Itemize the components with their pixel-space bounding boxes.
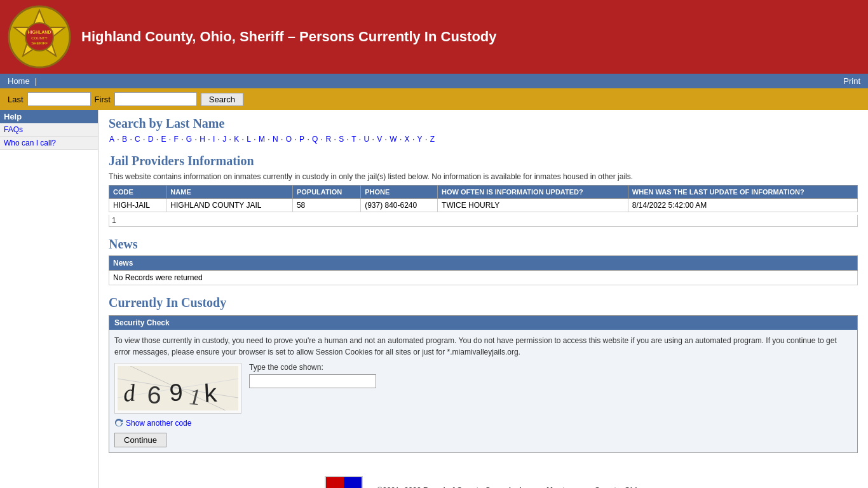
jail-col-how-often-is-information-updated-: HOW OFTEN IS INFORMATION UPDATED?: [438, 186, 628, 199]
search-section: Search by Last Name A · B · C · D · E · …: [109, 116, 858, 144]
search-bar: Last First Search: [0, 88, 868, 110]
jail-col-phone: PHONE: [361, 186, 438, 199]
layout: Help FAQs Who can I call? Search by Last…: [0, 110, 868, 488]
table-cell: HIGHLAND COUNTY JAIL: [166, 199, 293, 212]
print-link[interactable]: Print: [843, 76, 860, 86]
nav-bar: Home | Print: [0, 74, 868, 88]
alpha-link-o[interactable]: O: [286, 135, 292, 144]
alpha-link-i[interactable]: I: [213, 135, 215, 144]
svg-rect-16: [344, 477, 362, 488]
custody-title: Currently In Custody: [109, 295, 858, 310]
security-box: Security Check To view those currently i…: [109, 315, 858, 453]
table-cell: 8/14/2022 5:42:00 AM: [628, 199, 857, 212]
jail-col-population: POPULATION: [292, 186, 360, 199]
alpha-link-h[interactable]: H: [200, 135, 205, 144]
jail-providers-table: CODENAMEPOPULATIONPHONEHOW OFTEN IS INFO…: [109, 185, 858, 212]
nav-divider: |: [35, 76, 37, 86]
captcha-right: Type the code shown:: [249, 363, 376, 388]
alpha-link-a[interactable]: A: [109, 135, 114, 144]
table-cell: 58: [292, 199, 360, 212]
refresh-icon: [114, 419, 123, 428]
alpha-link-b[interactable]: B: [122, 135, 127, 144]
alpha-link-y[interactable]: Y: [417, 135, 423, 144]
jail-table-head: CODENAMEPOPULATIONPHONEHOW OFTEN IS INFO…: [109, 186, 858, 199]
alpha-link-e[interactable]: E: [161, 135, 166, 144]
alpha-link-d[interactable]: D: [148, 135, 154, 144]
jail-providers-desc: This website contains information on inm…: [109, 172, 858, 181]
jail-col-name: NAME: [166, 186, 293, 199]
alpha-link-f[interactable]: F: [173, 135, 178, 144]
alpha-link-p[interactable]: P: [299, 135, 304, 144]
table-cell: (937) 840-6240: [361, 199, 438, 212]
sidebar: Help FAQs Who can I call?: [0, 110, 98, 488]
jail-col-code: CODE: [109, 186, 166, 199]
last-label: Last: [8, 95, 24, 104]
sidebar-help-header: Help: [0, 110, 98, 123]
sidebar-who-link[interactable]: Who can I call?: [0, 137, 98, 150]
show-another-label[interactable]: Show another code: [126, 419, 191, 428]
alpha-link-x[interactable]: X: [405, 135, 410, 144]
alpha-link-u[interactable]: U: [364, 135, 370, 144]
security-text: To view those currently in custody, you …: [114, 335, 852, 358]
news-title: News: [109, 237, 858, 252]
main-content: Search by Last Name A · B · C · D · E · …: [98, 110, 868, 488]
alpha-link-r[interactable]: R: [325, 135, 331, 144]
alpha-link-v[interactable]: V: [377, 135, 382, 144]
first-label: First: [95, 95, 111, 104]
svg-text:9: 9: [169, 379, 184, 406]
page-header: HIGHLAND COUNTY SHERIFF Highland County,…: [0, 0, 868, 74]
custody-section: Currently In Custody Security Check To v…: [109, 295, 858, 453]
last-name-input[interactable]: [27, 92, 91, 106]
alpha-link-k[interactable]: K: [234, 135, 239, 144]
svg-rect-15: [326, 477, 344, 488]
captcha-input[interactable]: [249, 374, 376, 388]
search-title: Search by Last Name: [109, 116, 858, 131]
jail-table-body: HIGH-JAILHIGHLAND COUNTY JAIL58(937) 840…: [109, 199, 858, 212]
jail-col-when-was-the-last-update-of-information-: WHEN WAS THE LAST UPDATE OF INFORMATION?: [628, 186, 857, 199]
table-row: HIGH-JAILHIGHLAND COUNTY JAIL58(937) 840…: [109, 199, 858, 212]
page-title: Highland County, Ohio, Sheriff – Persons…: [81, 29, 497, 45]
alpha-link-m[interactable]: M: [259, 135, 265, 144]
jail-providers-section: Jail Providers Information This website …: [109, 154, 858, 227]
first-name-input[interactable]: [114, 92, 197, 106]
alpha-link-t[interactable]: T: [351, 135, 356, 144]
alpha-link-w[interactable]: W: [390, 135, 397, 144]
captcha-label: Type the code shown:: [249, 363, 376, 372]
alpha-link-z[interactable]: Z: [430, 135, 435, 144]
jail-table-footer: 1: [109, 215, 858, 227]
svg-text:SHERIFF: SHERIFF: [31, 41, 48, 45]
sheriff-logo: HIGHLAND COUNTY SHERIFF: [8, 5, 71, 69]
alpha-link-q[interactable]: Q: [312, 135, 318, 144]
alpha-link-c[interactable]: C: [135, 135, 140, 144]
sidebar-faqs-link[interactable]: FAQs: [0, 123, 98, 137]
svg-text:COUNTY: COUNTY: [31, 36, 47, 40]
alphabet-nav: A · B · C · D · E · F · G · H · I · J · …: [109, 135, 858, 144]
jail-providers-title: Jail Providers Information: [109, 154, 858, 168]
alpha-link-j[interactable]: J: [222, 135, 226, 144]
captcha-area: d 6 9 1 k Type the code shown:: [114, 363, 852, 414]
news-table: News No Records were returned: [109, 255, 858, 285]
alpha-link-n[interactable]: N: [273, 135, 278, 144]
alpha-link-l[interactable]: L: [247, 135, 251, 144]
news-table-header: News: [109, 256, 858, 271]
footer: MONTGOMERY ©2001- 2022 Board of County C…: [109, 466, 858, 488]
nav-links: Home |: [8, 76, 37, 86]
svg-text:HIGHLAND: HIGHLAND: [28, 30, 51, 34]
continue-button[interactable]: Continue: [114, 433, 166, 447]
security-body: To view those currently in custody, you …: [109, 330, 857, 452]
captcha-image: d 6 9 1 k: [114, 363, 241, 414]
svg-text:1: 1: [188, 384, 201, 410]
news-section: News News No Records were returned: [109, 237, 858, 285]
home-link[interactable]: Home: [8, 76, 30, 86]
svg-text:k: k: [202, 381, 219, 410]
news-no-records: No Records were returned: [109, 271, 858, 285]
search-button[interactable]: Search: [201, 93, 243, 106]
alpha-link-s[interactable]: S: [339, 135, 344, 144]
footer-logo: MONTGOMERY: [325, 476, 363, 488]
show-another-link[interactable]: Show another code: [114, 419, 852, 428]
table-cell: TWICE HOURLY: [438, 199, 628, 212]
alpha-link-g[interactable]: G: [186, 135, 192, 144]
svg-text:6: 6: [146, 382, 162, 410]
table-cell: HIGH-JAIL: [109, 199, 166, 212]
security-header: Security Check: [109, 316, 857, 330]
